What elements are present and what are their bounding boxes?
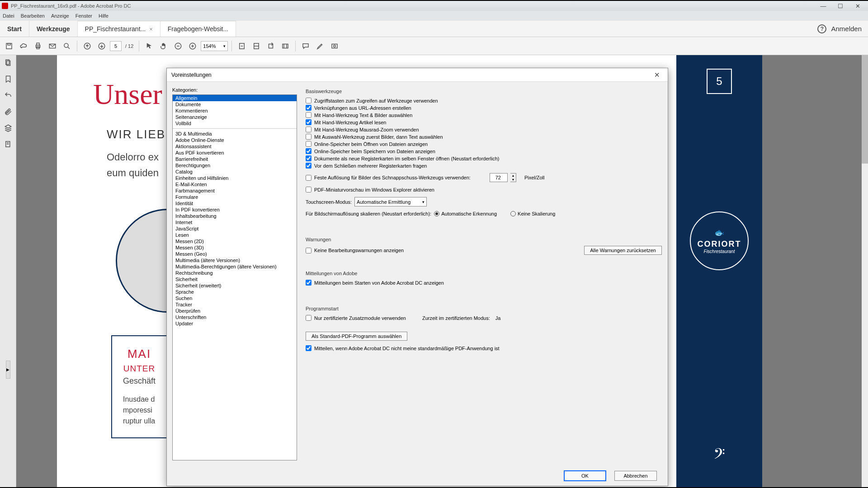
category-item[interactable]: Allgemein (173, 95, 297, 101)
radio-scale-none[interactable]: Keine Skalierung (510, 211, 555, 216)
tab-tools[interactable]: Werkzeuge (29, 21, 78, 37)
cb-tabs-same-window[interactable] (306, 155, 311, 161)
cb-select-img-first[interactable] (306, 134, 311, 140)
comment-icon[interactable] (299, 40, 312, 52)
category-item[interactable]: Messen (Geo) (173, 251, 297, 257)
category-item[interactable]: Lesen (173, 232, 297, 238)
category-item[interactable]: Seitenanzeige (173, 114, 297, 120)
page-up-icon[interactable] (81, 40, 94, 52)
category-item[interactable]: Internet (173, 219, 297, 225)
undo-rail-icon[interactable] (3, 90, 13, 100)
mail-icon[interactable] (46, 40, 59, 52)
category-item[interactable]: Aus PDF konvertieren (173, 150, 297, 156)
category-item[interactable]: Multimedia (ältere Versionen) (173, 257, 297, 263)
category-item[interactable]: Suchen (173, 295, 297, 301)
page-down-icon[interactable] (95, 40, 108, 52)
category-item[interactable]: Berechtigungen (173, 162, 297, 169)
category-item[interactable]: Tracker (173, 301, 297, 308)
category-item[interactable]: Catalog (173, 169, 297, 175)
zoom-out-icon[interactable] (172, 40, 184, 52)
highlight-icon[interactable] (314, 40, 326, 52)
cb-hand-wheel[interactable] (306, 127, 311, 132)
fit-width-icon[interactable] (250, 40, 263, 52)
category-item[interactable]: Einheiten und Hilfslinien (173, 175, 297, 181)
cb-confirm-close-tabs[interactable] (306, 163, 311, 169)
close-icon[interactable]: × (149, 26, 153, 33)
hand-icon[interactable] (157, 40, 170, 52)
cancel-button[interactable]: Abbrechen (614, 471, 657, 481)
touch-mode-select[interactable]: Automatische Ermittlung▾ (354, 197, 427, 206)
reset-warnings-button[interactable]: Alle Warnungen zurücksetzen (584, 246, 662, 255)
category-item[interactable]: Messen (3D) (173, 244, 297, 251)
bookmarks-icon[interactable] (3, 74, 13, 84)
category-item[interactable]: Updater (173, 320, 297, 327)
category-item[interactable]: Sicherheit (173, 276, 297, 282)
category-item[interactable]: E-Mail-Konten (173, 181, 297, 188)
print-icon[interactable] (32, 40, 44, 52)
category-item[interactable]: In PDF konvertieren (173, 206, 297, 213)
category-item[interactable]: Rechtschreibung (173, 270, 297, 276)
fixed-res-input[interactable] (490, 173, 508, 182)
menu-edit[interactable]: Bearbeiten (21, 13, 45, 19)
category-item[interactable]: Unterschriften (173, 314, 297, 320)
menu-help[interactable]: Hilfe (99, 13, 108, 19)
category-item[interactable]: Identität (173, 200, 297, 206)
categories-list[interactable]: AllgemeinDokumenteKommentierenSeitenanze… (172, 94, 297, 460)
attachments-icon[interactable] (3, 107, 13, 117)
category-item[interactable]: Farbmanagement (173, 188, 297, 194)
radio-scale-auto[interactable]: Automatische Erkennung (434, 211, 497, 216)
zoom-in-icon[interactable] (186, 40, 199, 52)
category-item[interactable]: 3D & Multimedia (173, 131, 297, 137)
category-item[interactable]: Multimedia-Berechtigungen (ältere Versio… (173, 263, 297, 270)
signin-link[interactable]: Anmelden (831, 25, 862, 33)
dialog-close-button[interactable]: ✕ (651, 71, 663, 79)
rail-expand-button[interactable]: ▶ (6, 361, 10, 379)
category-item[interactable]: Sprache (173, 289, 297, 295)
category-item[interactable]: Vollbild (173, 120, 297, 127)
minimize-button[interactable]: — (815, 1, 832, 10)
cb-hand-text[interactable] (306, 112, 311, 118)
tags-rail-icon[interactable] (3, 139, 13, 149)
save-icon[interactable] (3, 40, 15, 52)
cb-certified-only[interactable] (306, 315, 311, 321)
cb-pdf-thumb[interactable] (306, 187, 311, 192)
cb-online-save[interactable] (306, 148, 311, 154)
layers-icon[interactable] (3, 123, 13, 133)
fit-page-icon[interactable] (236, 40, 248, 52)
vertical-scrollbar[interactable] (862, 55, 868, 487)
pointer-icon[interactable] (143, 40, 156, 52)
category-item[interactable]: Inhaltsbearbeitung (173, 213, 297, 219)
menu-window[interactable]: Fenster (75, 13, 92, 19)
cb-online-open[interactable] (306, 141, 311, 147)
help-icon[interactable]: ? (817, 24, 826, 33)
cb-no-edit-warn[interactable] (306, 248, 311, 253)
search-icon[interactable] (61, 40, 73, 52)
category-item[interactable]: Aktionsassistent (173, 143, 297, 150)
category-item[interactable]: JavaScript (173, 225, 297, 232)
tab-doc1[interactable]: PP_Fischrestaurant...× (78, 21, 160, 37)
default-pdf-button[interactable]: Als Standard-PDF-Programm auswählen (306, 332, 407, 341)
menu-view[interactable]: Anzeige (51, 13, 69, 19)
thumbnails-icon[interactable] (3, 58, 13, 68)
category-item[interactable]: Kommentieren (173, 108, 297, 114)
cb-url-links[interactable] (306, 105, 311, 111)
zoom-select[interactable]: 154%▾ (201, 41, 228, 51)
category-item[interactable]: Barrierefreiheit (173, 156, 297, 162)
cb-fixed-res[interactable] (306, 175, 311, 181)
cb-hand-article[interactable] (306, 119, 311, 125)
close-window-button[interactable]: ✕ (849, 1, 866, 10)
category-item[interactable]: Formulare (173, 194, 297, 200)
cloud-icon[interactable] (17, 40, 30, 52)
category-item[interactable]: Messen (2D) (173, 238, 297, 244)
fixed-res-spinner[interactable]: ▲▼ (510, 173, 516, 182)
cb-access-keys[interactable] (306, 98, 311, 103)
category-item[interactable]: Dokumente (173, 101, 297, 108)
category-item[interactable]: Adobe Online-Dienste (173, 137, 297, 143)
page-input[interactable] (110, 41, 122, 51)
cb-not-default-warn[interactable] (306, 345, 311, 351)
ok-button[interactable]: OK (564, 470, 606, 481)
menu-file[interactable]: Datei (3, 13, 14, 19)
maximize-button[interactable]: ☐ (832, 1, 849, 10)
tab-start[interactable]: Start (0, 21, 29, 37)
cb-show-msgs[interactable] (306, 280, 311, 286)
